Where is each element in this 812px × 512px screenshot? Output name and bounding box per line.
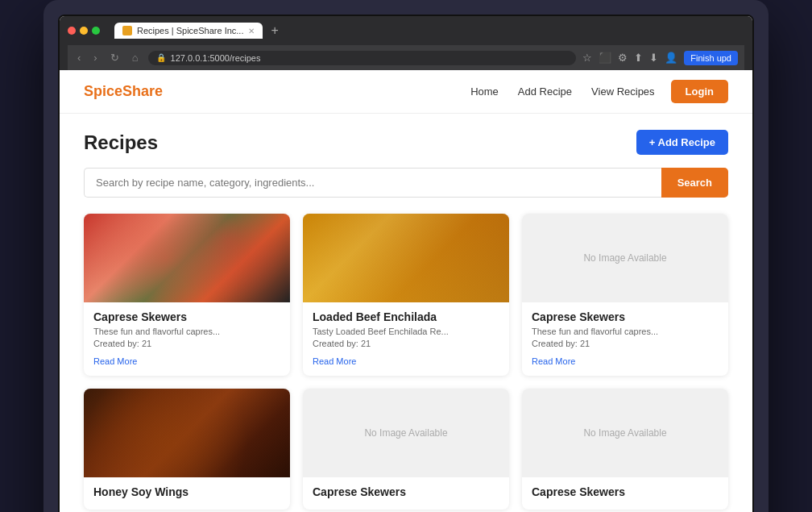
download-icon[interactable]: ⬇ [649,52,658,64]
recipe-desc-2: Tasty Loaded Beef Enchilada Re... [313,327,499,336]
recipe-title-4: Honey Soy Wings [93,485,280,498]
forward-button[interactable]: › [90,50,100,65]
home-button[interactable]: ⌂ [129,50,142,65]
recipe-card-1: Caprese Skewers These fun and flavorful … [84,214,290,376]
recipe-grid: Caprese Skewers These fun and flavorful … [84,214,728,510]
settings-icon[interactable]: ⚙ [618,52,628,64]
search-input[interactable] [84,168,661,198]
recipe-title-5: Caprese Skewers [313,485,499,498]
nav-links: Home Add Recipe View Recipes [470,85,654,98]
tab-favicon [122,26,132,35]
nav-home[interactable]: Home [470,85,499,98]
extensions-icon[interactable]: ⬛ [599,52,611,64]
traffic-lights [68,27,100,35]
recipe-card-6: No Image Available Caprese Skewers [522,389,728,510]
page-title: Recipes [84,131,158,154]
recipe-desc-1: These fun and flavorful capres... [93,327,280,336]
recipe-title-6: Caprese Skewers [532,485,719,498]
nav-add-recipe[interactable]: Add Recipe [518,85,572,98]
recipe-desc-3: These fun and flavorful capres... [532,327,719,336]
recipe-card-4: Honey Soy Wings [84,389,290,510]
recipe-card-2: Loaded Beef Enchilada Tasty Loaded Beef … [303,214,509,376]
recipe-title-2: Loaded Beef Enchilada [313,310,499,323]
laptop-frame: Recipes | SpiceShare Inc... ✕ + ‹ › ↻ ⌂ … [44,0,768,512]
recipe-card-5: No Image Available Caprese Skewers [303,389,509,510]
read-more-link-2[interactable]: Read More [313,356,356,366]
read-more-link-3[interactable]: Read More [532,356,575,366]
app-content: SpiceShare Home Add Recipe View Recipes … [60,70,752,512]
minimize-button[interactable] [80,27,88,35]
search-bar: Search [84,168,728,198]
maximize-button[interactable] [92,27,100,35]
recipe-title-1: Caprese Skewers [93,310,280,323]
lock-icon: 🔒 [156,53,166,62]
star-icon[interactable]: ☆ [582,52,592,64]
no-image-3: No Image Available [522,214,728,302]
recipe-author-2: Created by: 21 [313,339,499,348]
tab-bar: Recipes | SpiceShare Inc... ✕ + [114,23,284,39]
recipe-card-body-1: Caprese Skewers These fun and flavorful … [84,302,290,376]
screen: Recipes | SpiceShare Inc... ✕ + ‹ › ↻ ⌂ … [58,15,754,512]
address-bar[interactable]: 🔒 127.0.0.1:5000/recipes [148,51,577,65]
recipe-card-body-6: Caprese Skewers [522,477,728,510]
search-button[interactable]: Search [661,168,728,198]
main-content: Recipes + Add Recipe Search Caprese Skew… [60,114,752,512]
tab-title: Recipes | SpiceShare Inc... [137,26,243,35]
share-icon[interactable]: ⬆ [634,52,643,64]
recipe-title-3: Caprese Skewers [532,310,719,323]
finish-update-button[interactable]: Finish upd [684,51,738,65]
recipe-card-body-3: Caprese Skewers These fun and flavorful … [522,302,728,376]
recipe-card-body-2: Loaded Beef Enchilada Tasty Loaded Beef … [303,302,509,376]
no-image-5: No Image Available [303,389,509,477]
nav-right-icons: ☆ ⬛ ⚙ ⬆ ⬇ 👤 Finish upd [582,51,738,65]
no-image-6: No Image Available [522,389,728,477]
recipe-card-body-5: Caprese Skewers [303,477,509,510]
recipe-image-enchilada [303,214,509,302]
nav-view-recipes[interactable]: View Recipes [591,85,655,98]
back-button[interactable]: ‹ [74,50,84,65]
recipe-author-1: Created by: 21 [93,339,280,348]
close-button[interactable] [68,27,76,35]
address-text: 127.0.0.1:5000/recipes [171,53,261,63]
browser-chrome: Recipes | SpiceShare Inc... ✕ + ‹ › ↻ ⌂ … [60,16,752,70]
recipe-card-3: No Image Available Caprese Skewers These… [522,214,728,376]
brand-logo[interactable]: SpiceShare [84,83,163,100]
browser-nav-bar: ‹ › ↻ ⌂ 🔒 127.0.0.1:5000/recipes ☆ ⬛ ⚙ ⬆… [68,45,744,70]
reload-button[interactable]: ↻ [107,50,122,65]
new-tab-button[interactable]: + [266,23,283,38]
read-more-link-1[interactable]: Read More [93,356,137,366]
app-navbar: SpiceShare Home Add Recipe View Recipes … [60,70,752,114]
recipe-card-body-4: Honey Soy Wings [84,477,290,510]
add-recipe-button[interactable]: + Add Recipe [636,130,728,155]
page-header: Recipes + Add Recipe [84,130,728,155]
active-tab[interactable]: Recipes | SpiceShare Inc... ✕ [114,23,263,39]
recipe-author-3: Created by: 21 [532,339,719,348]
profile-icon[interactable]: 👤 [665,52,677,64]
tab-close-icon[interactable]: ✕ [248,27,255,35]
recipe-image-caprese [84,214,290,302]
login-button[interactable]: Login [671,80,728,103]
recipe-image-wings [84,389,290,477]
